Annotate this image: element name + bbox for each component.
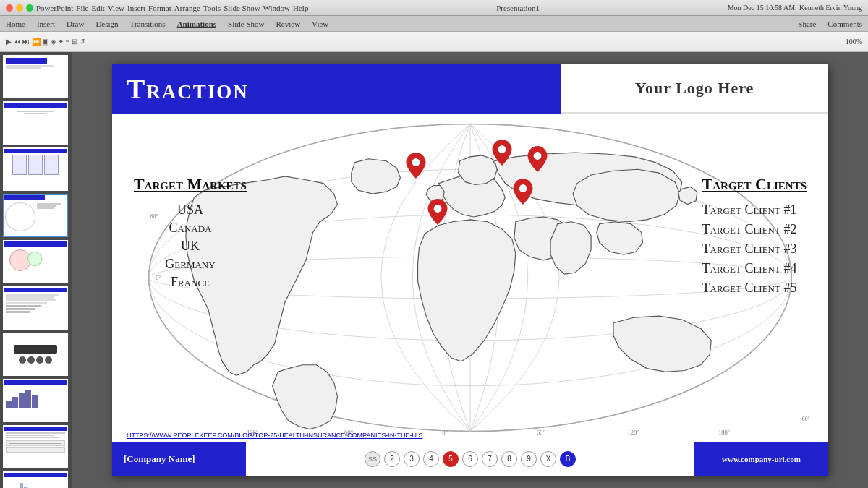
footer-screenshot-badge: SS: [365, 451, 380, 467]
slide-logo-area: Your Logo Here: [561, 64, 828, 114]
client-item-5: Target Client #5: [702, 281, 807, 296]
client-item-2: Target Client #2: [702, 222, 807, 237]
system-time: Mon Dec 15 10:58 AM: [728, 4, 795, 12]
app-menu-help[interactable]: Help: [293, 4, 308, 12]
footer-num-4[interactable]: 4: [423, 451, 439, 467]
map-pin-uk-south: [427, 199, 448, 228]
map-pin-europe2: [527, 146, 548, 175]
app-menu-window[interactable]: Window: [263, 4, 290, 12]
slide-thumb-7[interactable]: 7: [3, 333, 68, 376]
footer-num-2[interactable]: 2: [384, 451, 400, 467]
slide-thumb-2[interactable]: 2: [3, 101, 68, 145]
slide-thumb-10[interactable]: 10: [3, 471, 68, 488]
footer-num-9[interactable]: 9: [521, 451, 537, 467]
slide-header: Traction Your Logo Here: [112, 64, 828, 114]
client-item-3: Target Client #3: [702, 241, 807, 257]
footer-num-x[interactable]: X: [540, 451, 556, 467]
tab-view[interactable]: View: [312, 20, 328, 28]
footer-num-7[interactable]: 7: [482, 451, 498, 467]
slide-panel[interactable]: 1 2: [0, 52, 72, 488]
app-menu-insert[interactable]: Insert: [127, 4, 145, 12]
app-menu-file[interactable]: File: [76, 4, 88, 12]
tab-insert[interactable]: Insert: [37, 20, 55, 28]
target-markets-list: USA Canada UK Germany France: [134, 202, 247, 290]
slide-title: Traction: [127, 73, 249, 105]
svg-text:120°: 120°: [627, 429, 639, 436]
tab-review[interactable]: Review: [276, 20, 301, 28]
client-item-4: Target Client #4: [702, 261, 807, 276]
maximize-button[interactable]: [26, 4, 33, 12]
footer-num-6[interactable]: 6: [462, 451, 478, 467]
app-menu-slideshow[interactable]: Slide Show: [224, 4, 260, 12]
footer-num-b[interactable]: B: [560, 451, 576, 467]
market-item-uk: UK: [134, 239, 247, 254]
svg-text:180°: 180°: [718, 429, 731, 436]
svg-point-16: [498, 145, 506, 153]
target-markets-heading: Target Markets: [134, 175, 247, 194]
map-pin-europe3: [513, 179, 533, 207]
footer-num-3[interactable]: 3: [404, 451, 420, 467]
slide-logo: Your Logo Here: [635, 79, 754, 98]
footer-num-5-active[interactable]: 5: [443, 451, 459, 467]
footer-numbers-bar: SS 2 3 4 5 6 7 8 9 X B: [246, 442, 694, 476]
footer-url: HTTPS://WWW.PEOPLEKEEP.COM/BLOG/TOP-25-H…: [127, 432, 422, 439]
tab-slideshow[interactable]: Slide Show: [228, 20, 264, 28]
app-menu-tools[interactable]: Tools: [203, 4, 221, 12]
toolbar-icons: ▶ ⏮ ⏭ ⏩ ▣ ◈ ✦ ≡ ⊞ ↺: [6, 38, 85, 46]
mac-menubar: PowerPoint File Edit View Insert Format …: [0, 0, 868, 16]
app-menu-edit[interactable]: Edit: [91, 4, 104, 12]
app-menu-powerpoint[interactable]: PowerPoint: [36, 4, 73, 12]
market-item-france: France: [134, 275, 247, 290]
share-button[interactable]: Share: [798, 20, 816, 28]
market-item-canada: Canada: [134, 221, 247, 236]
market-item-usa: USA: [134, 202, 247, 218]
slide-thumb-8[interactable]: 8: [3, 379, 68, 422]
user-name: Kenneth Ervin Young: [799, 4, 862, 12]
app-menu-arrange[interactable]: Arrange: [174, 4, 200, 12]
target-clients-list: Target Client #1 Target Client #2 Target…: [702, 202, 807, 296]
svg-point-15: [412, 158, 420, 166]
tab-design[interactable]: Design: [95, 20, 118, 28]
slide-thumb-3[interactable]: 3: [3, 147, 68, 191]
footer-company-url: www.company-url.com: [694, 442, 828, 476]
svg-text:60°: 60°: [802, 416, 810, 422]
slide-footer: [Company Name] SS 2 3 4 5 6 7 8 9 X B ww…: [112, 442, 828, 476]
footer-company-name: [Company Name]: [112, 442, 246, 476]
window-title: Presentation1: [496, 4, 540, 12]
map-pin-europe1: [492, 140, 512, 168]
toolbar: ▶ ⏮ ⏭ ⏩ ▣ ◈ ✦ ≡ ⊞ ↺ 100%: [0, 32, 868, 52]
close-button[interactable]: [6, 4, 13, 12]
svg-point-19: [519, 184, 527, 192]
market-item-germany: Germany: [134, 257, 247, 272]
target-markets-section: Target Markets USA Canada UK Germany Fra…: [134, 175, 247, 293]
client-item-1: Target Client #1: [702, 202, 807, 218]
comments-button[interactable]: Comments: [827, 20, 862, 28]
slide-canvas: Traction Your Logo Here: [112, 64, 828, 476]
ribbon-tabs: Home Insert Draw Design Transitions Anim…: [0, 16, 868, 32]
target-clients-heading: Target Clients: [702, 175, 807, 194]
app-menu-view[interactable]: View: [108, 4, 124, 12]
svg-point-18: [433, 205, 441, 213]
content-area: Traction Your Logo Here: [72, 52, 868, 488]
slide-thumb-5[interactable]: 5: [3, 240, 68, 283]
slide-thumb-6[interactable]: 6: [3, 286, 68, 330]
svg-text:60°: 60°: [537, 429, 546, 436]
slide-thumb-9[interactable]: 9: [3, 425, 68, 468]
zoom-label: 100%: [846, 38, 862, 46]
footer-num-8[interactable]: 8: [501, 451, 517, 467]
svg-point-17: [534, 152, 542, 160]
slide-title-bar: Traction: [112, 64, 561, 114]
app-menu-format[interactable]: Format: [148, 4, 171, 12]
tab-animations[interactable]: Animations: [177, 20, 216, 28]
tab-transitions[interactable]: Transitions: [130, 20, 166, 28]
tab-draw[interactable]: Draw: [67, 20, 84, 28]
minimize-button[interactable]: [16, 4, 23, 12]
slide-thumb-4[interactable]: 4: [3, 194, 68, 237]
map-area: 120° 60° 0° 60° 120° 180° 60° 0° 60°: [112, 114, 828, 442]
main-area: 1 2: [0, 52, 868, 488]
traffic-lights[interactable]: [6, 4, 33, 12]
tab-home[interactable]: Home: [6, 20, 25, 28]
target-clients-section: Target Clients Target Client #1 Target C…: [702, 175, 807, 300]
svg-text:0°: 0°: [442, 429, 448, 436]
slide-thumb-1[interactable]: 1: [3, 55, 68, 98]
